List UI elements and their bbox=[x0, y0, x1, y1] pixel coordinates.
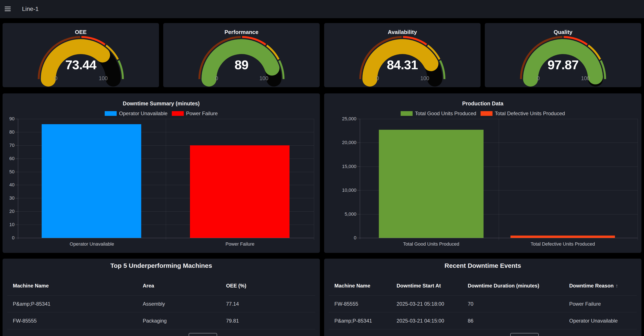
panel-recent-downtime-events: Recent Downtime Events Machine NameDownt… bbox=[324, 259, 642, 336]
table-cell: Operator Unavailable bbox=[569, 318, 618, 324]
gauge-value: 73.44 bbox=[2, 58, 159, 72]
bar-power-failure[interactable] bbox=[190, 145, 290, 238]
panel-underperforming-machines: Top 5 Underperforming Machines Machine N… bbox=[2, 259, 320, 336]
axis-tick bbox=[357, 214, 360, 214]
x-category-label: Total Defective Units Produced bbox=[531, 241, 595, 247]
y-tick-label: 30 bbox=[2, 195, 14, 201]
sort-ascending-icon: ↑ bbox=[616, 283, 618, 288]
table-cell: Power Failure bbox=[569, 301, 601, 307]
y-tick-label: 20 bbox=[2, 208, 14, 214]
table-cell: 70 bbox=[468, 301, 474, 307]
panel-availability: Availability 84.31 0 100 bbox=[324, 23, 480, 87]
column-header-oee[interactable]: OEE (%) bbox=[226, 283, 246, 289]
y-tick-label: 60 bbox=[2, 156, 14, 161]
panel-production-data: Production Data Total Good Units Produce… bbox=[324, 94, 642, 253]
gauge-max-label: 100 bbox=[260, 75, 268, 82]
y-tick-label: 15,000 bbox=[328, 164, 356, 169]
gauge-max-label: 100 bbox=[420, 75, 429, 82]
table-title: Top 5 Underperforming Machines bbox=[2, 262, 320, 269]
y-tick-label: 10,000 bbox=[328, 188, 356, 193]
axis-tick bbox=[16, 119, 18, 119]
y-tick-label: 25,000 bbox=[328, 116, 356, 122]
table-title: Recent Downtime Events bbox=[324, 262, 642, 269]
gauge-max-label: 100 bbox=[99, 75, 108, 82]
panel-quality: Quality 97.87 0 100 bbox=[485, 23, 641, 87]
panel-downtime-summary: Downtime Summary (minutes) Operator Unav… bbox=[2, 94, 320, 253]
category-divider-line bbox=[499, 119, 499, 240]
plot-right-border bbox=[638, 119, 638, 240]
x-category-label: Operator Unavailable bbox=[70, 241, 114, 247]
y-tick-label: 0 bbox=[328, 235, 356, 241]
dashboard-title: Line-1 bbox=[22, 6, 39, 12]
row-separator bbox=[329, 312, 637, 312]
gauge-min-label: 0 bbox=[54, 75, 58, 82]
plot-area: 0102030405060708090Operator UnavailableP… bbox=[2, 94, 320, 253]
column-header-downtime-reason[interactable]: Downtime Reason↑ bbox=[569, 283, 618, 289]
gauge-min-label: 0 bbox=[537, 75, 540, 82]
axis-tick bbox=[357, 142, 360, 143]
x-category-label: Total Good Units Produced bbox=[403, 241, 460, 247]
gauge-max-label: 100 bbox=[581, 75, 590, 82]
x-category-label: Power Failure bbox=[226, 241, 254, 247]
gauge-arc bbox=[163, 23, 320, 87]
table-cell: Packaging bbox=[143, 318, 167, 324]
axis-tick bbox=[357, 119, 360, 119]
table-cell: 86 bbox=[468, 318, 474, 324]
axis-tick bbox=[16, 132, 18, 132]
axis-tick bbox=[16, 158, 18, 159]
gauge-arc bbox=[324, 23, 480, 87]
column-header-machine-name[interactable]: Machine Name bbox=[334, 283, 370, 289]
column-header-machine-name[interactable]: Machine Name bbox=[13, 283, 49, 289]
panel-oee: OEE 73.44 0 100 bbox=[2, 23, 159, 87]
table-cell: 2025-03-21 04:15:00 bbox=[396, 318, 444, 324]
table-pagination-button[interactable] bbox=[189, 333, 217, 336]
table-cell: Assembly bbox=[143, 301, 165, 307]
y-tick-label: 70 bbox=[2, 142, 14, 148]
gauge-arc bbox=[2, 23, 159, 87]
column-header-downtime-duration-minutes[interactable]: Downtime Duration (minutes) bbox=[468, 283, 539, 289]
gauge-min-label: 0 bbox=[215, 75, 218, 82]
axis-tick bbox=[16, 172, 18, 172]
table-cell: P&amp;P-85341 bbox=[334, 318, 372, 324]
gauge-min-label: 0 bbox=[376, 75, 379, 82]
bar-operator-unavailable[interactable] bbox=[42, 124, 141, 238]
y-tick-label: 20,000 bbox=[328, 140, 356, 145]
y-tick-label: 50 bbox=[2, 169, 14, 175]
column-header-downtime-start-at[interactable]: Downtime Start At bbox=[396, 283, 441, 289]
table-cell: 77.14 bbox=[226, 301, 239, 307]
row-separator bbox=[7, 312, 315, 312]
axis-tick bbox=[16, 145, 18, 146]
top-nav: Line-1 bbox=[0, 0, 644, 18]
axis-tick bbox=[357, 190, 360, 190]
gauge-arc bbox=[485, 23, 641, 87]
gauge-value: 97.87 bbox=[485, 58, 641, 72]
y-tick-label: 40 bbox=[2, 182, 14, 188]
table-cell: P&amp;P-85341 bbox=[13, 301, 50, 307]
category-divider-line bbox=[166, 119, 166, 240]
y-axis-line bbox=[360, 119, 360, 239]
menu-icon[interactable] bbox=[5, 7, 11, 11]
y-tick-label: 90 bbox=[2, 116, 14, 122]
y-tick-label: 80 bbox=[2, 129, 14, 135]
table-cell: FW-85555 bbox=[13, 318, 37, 324]
plot-area: 05,00010,00015,00020,00025,000Total Good… bbox=[324, 94, 642, 253]
column-header-area[interactable]: Area bbox=[143, 283, 154, 289]
axis-tick bbox=[357, 166, 360, 167]
panel-performance: Performance 89 0 100 bbox=[163, 23, 320, 87]
y-tick-label: 0 bbox=[2, 235, 14, 241]
y-tick-label: 5,000 bbox=[328, 212, 356, 217]
bar-total-good-units-produced[interactable] bbox=[379, 130, 484, 238]
gauge-value: 84.31 bbox=[324, 58, 480, 72]
table-pagination-button[interactable] bbox=[510, 333, 539, 336]
bar-total-defective-units-produced[interactable] bbox=[510, 236, 615, 238]
table-cell: FW-85555 bbox=[334, 301, 358, 307]
y-axis-line bbox=[18, 119, 18, 239]
y-tick-label: 10 bbox=[2, 222, 14, 228]
table-cell: 2025-03-21 05:18:00 bbox=[396, 301, 444, 307]
gauge-value: 89 bbox=[163, 58, 320, 72]
table-cell: 79.81 bbox=[226, 318, 239, 324]
